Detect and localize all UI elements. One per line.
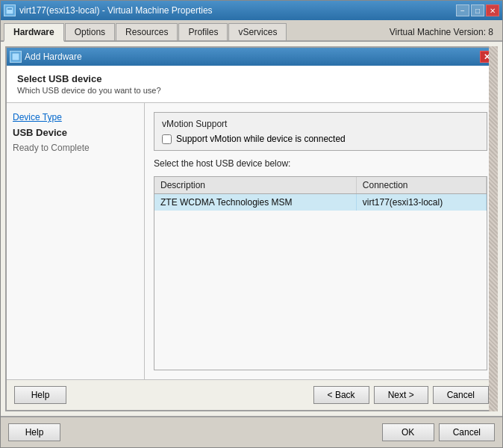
vmotion-support-group: vMotion Support Support vMotion while de… <box>154 112 487 151</box>
outer-title-bar: virt177(esxi13-local) - Virtual Machine … <box>1 1 502 20</box>
col-description: Description <box>154 177 356 194</box>
table-header-row: Description Connection <box>154 177 487 194</box>
vm-version: Virtual Machine Version: 8 <box>384 24 499 40</box>
minimize-button[interactable]: − <box>456 4 469 16</box>
outer-footer: Help OK Cancel <box>1 416 502 447</box>
outer-tabs: Hardware Options Resources Profiles vSer… <box>1 20 502 42</box>
inner-body: Device Type USB Device Ready to Complete… <box>7 103 496 379</box>
outer-title-left: virt177(esxi13-local) - Virtual Machine … <box>4 4 213 16</box>
help-inner-button[interactable]: Help <box>14 386 66 404</box>
dialog-header-subtitle: Which USB device do you want to use? <box>17 86 486 95</box>
next-button[interactable]: Next > <box>374 386 428 404</box>
usb-device-table: Description Connection ZTE WCDMA Technol… <box>154 177 487 211</box>
usb-device-table-wrapper: Description Connection ZTE WCDMA Technol… <box>154 176 487 370</box>
svg-rect-2 <box>12 53 19 60</box>
outer-window: virt177(esxi13-local) - Virtual Machine … <box>0 0 503 448</box>
restore-button[interactable]: □ <box>471 4 484 16</box>
step-ready-to-complete: Ready to Complete <box>13 143 138 153</box>
right-panel: vMotion Support Support vMotion while de… <box>145 103 496 379</box>
inner-dialog-title: Add Hardware <box>25 52 82 62</box>
inner-title-left: Add Hardware <box>10 51 82 63</box>
vmotion-checkbox[interactable] <box>162 134 172 144</box>
table-row[interactable]: ZTE WCDMA Technologies MSM virt177(esxi1… <box>154 194 487 211</box>
svg-rect-0 <box>6 7 13 14</box>
inner-dialog-wrapper: Add Hardware ✕ Select USB device Which U… <box>5 46 498 411</box>
inner-dialog: Add Hardware ✕ Select USB device Which U… <box>5 46 498 411</box>
dialog-header-title: Select USB device <box>17 73 486 84</box>
inner-footer: Help < Back Next > Cancel <box>7 379 496 410</box>
cancel-inner-button[interactable]: Cancel <box>433 386 489 404</box>
tab-resources[interactable]: Resources <box>116 23 178 40</box>
vmotion-checkbox-row: Support vMotion while device is connecte… <box>162 134 479 144</box>
col-connection: Connection <box>356 177 486 194</box>
svg-rect-1 <box>7 8 12 10</box>
outer-content: Add Hardware ✕ Select USB device Which U… <box>1 42 502 416</box>
scrollbar-decoration <box>489 46 498 411</box>
step-device-type-link[interactable]: Device Type <box>13 112 138 122</box>
inner-title-bar: Add Hardware ✕ <box>7 48 496 66</box>
tab-options[interactable]: Options <box>65 23 115 40</box>
cancel-outer-button[interactable]: Cancel <box>439 423 495 441</box>
outer-window-title: virt177(esxi13-local) - Virtual Machine … <box>19 5 213 16</box>
vm-icon <box>4 4 16 16</box>
vmotion-checkbox-label: Support vMotion while device is connecte… <box>176 134 346 144</box>
ok-button[interactable]: OK <box>382 423 434 441</box>
step-usb-device: USB Device <box>13 127 138 138</box>
inner-dialog-icon <box>10 51 22 63</box>
close-button[interactable]: ✕ <box>486 4 499 16</box>
back-button[interactable]: < Back <box>313 386 369 404</box>
vmotion-group-title: vMotion Support <box>162 119 479 129</box>
device-description: ZTE WCDMA Technologies MSM <box>154 194 356 211</box>
inner-header: Select USB device Which USB device do yo… <box>7 66 496 103</box>
window-controls: − □ ✕ <box>456 4 499 16</box>
tab-vservices[interactable]: vServices <box>228 23 287 40</box>
tab-profiles[interactable]: Profiles <box>178 23 228 40</box>
help-outer-button[interactable]: Help <box>8 423 60 441</box>
device-connection: virt177(esxi13-local) <box>356 194 486 211</box>
tab-hardware[interactable]: Hardware <box>4 23 64 42</box>
select-usb-label: Select the host USB device below: <box>154 158 487 169</box>
left-panel: Device Type USB Device Ready to Complete <box>7 103 145 379</box>
